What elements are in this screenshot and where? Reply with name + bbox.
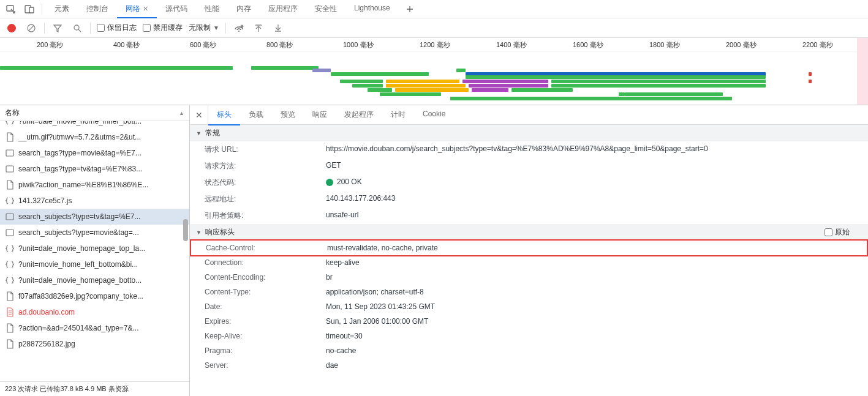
header-value: timeout=30 <box>326 332 861 340</box>
section-response-headers[interactable]: ▼ 响应标头 原始 <box>190 224 868 241</box>
list-item[interactable]: ?action=&ad=245014&ad_type=7&... <box>0 320 189 336</box>
tick-label: 800 毫秒 <box>266 40 293 50</box>
header-key: Keep-Alive: <box>197 332 326 340</box>
network-conditions-icon[interactable] <box>232 21 246 35</box>
list-item[interactable]: ?unit=dale_movie_homepage_top_la... <box>0 241 189 256</box>
svg-line-6 <box>78 29 81 32</box>
filter-icon[interactable] <box>51 21 64 35</box>
header-row: 状态代码:200 OK <box>190 174 868 191</box>
tab-安全性[interactable]: 安全性 <box>306 0 345 18</box>
timeline-bar <box>251 66 319 70</box>
detail-tab-负载[interactable]: 负载 <box>240 105 272 125</box>
request-name: search_subjects?type=movie&tag=... <box>18 228 139 237</box>
timeline-bar <box>386 80 459 83</box>
detail-tab-标头[interactable]: 标头 <box>208 105 240 125</box>
close-icon[interactable]: ✕ <box>190 105 208 124</box>
header-key: Pragma: <box>197 346 326 355</box>
list-item[interactable]: ad.doubanio.com <box>0 304 189 320</box>
close-tab-icon[interactable]: ✕ <box>143 5 148 12</box>
timeline-bar <box>511 88 573 92</box>
timeline-bar <box>466 75 766 79</box>
tick-label: 1400 毫秒 <box>496 40 527 50</box>
header-value: GET <box>326 161 861 171</box>
svg-point-7 <box>238 31 240 32</box>
detail-tab-发起程序[interactable]: 发起程序 <box>336 105 382 125</box>
tick-label: 2000 毫秒 <box>726 40 757 50</box>
clear-button[interactable] <box>25 21 38 35</box>
request-name: ?unit=movie_home_left_bottom&bi... <box>18 260 138 269</box>
timeline-bar <box>352 84 383 88</box>
header-key: 远程地址: <box>197 194 326 204</box>
tab-源代码[interactable]: 源代码 <box>157 0 196 18</box>
main-area: 名称 ▲ ?unit=dale_movie_home_inner_bott...… <box>0 105 868 396</box>
list-item[interactable]: ?unit=dale_movie_homepage_botto... <box>0 272 189 288</box>
tab-网络[interactable]: 网络✕ <box>117 0 157 18</box>
search-icon[interactable] <box>70 21 84 35</box>
preserve-log-checkbox[interactable]: 保留日志 <box>97 23 137 33</box>
list-item[interactable]: search_tags?type=tv&tag=%E7%83... <box>0 161 189 177</box>
add-tab-button[interactable] <box>400 2 420 17</box>
header-key: Content-Encoding: <box>197 273 326 282</box>
timeline-bar <box>551 84 766 88</box>
list-item[interactable]: ?unit=movie_home_left_bottom&bi... <box>0 256 189 272</box>
timeline-bar <box>469 84 548 88</box>
detail-tab-预览[interactable]: 预览 <box>272 105 304 125</box>
triangle-down-icon: ▼ <box>196 230 202 236</box>
request-name: f07affa83d826e9.jpg?company_toke... <box>18 292 143 301</box>
file-icon <box>5 132 15 142</box>
detail-tabs: ✕ 标头负载预览响应发起程序计时Cookie <box>190 105 868 125</box>
throttle-select[interactable]: 无限制▼ <box>189 23 219 33</box>
list-item[interactable]: piwik?action_name=%E8%B1%86%E... <box>0 177 189 193</box>
timeline-bar <box>809 80 812 83</box>
list-item[interactable]: __utm.gif?utmwv=5.7.2&utms=2&ut... <box>0 129 189 145</box>
doc-icon <box>5 307 15 317</box>
bracket-icon <box>5 275 15 285</box>
column-header-name[interactable]: 名称 ▲ <box>0 105 189 121</box>
bracket-icon <box>5 196 15 206</box>
header-key: Expires: <box>197 317 326 326</box>
import-har-icon[interactable] <box>252 21 265 35</box>
header-key: Cache-Control: <box>198 244 327 252</box>
disable-cache-checkbox[interactable]: 禁用缓存 <box>143 23 183 33</box>
record-button[interactable] <box>5 21 18 35</box>
header-row: 引用者策略:unsafe-url <box>190 207 868 224</box>
tick-label: 200 毫秒 <box>37 40 63 50</box>
header-key: 状态代码: <box>197 177 326 188</box>
raw-checkbox[interactable]: 原始 <box>825 227 850 237</box>
file-icon <box>5 339 15 349</box>
section-general[interactable]: ▼ 常规 <box>190 125 868 141</box>
device-toolbar-icon[interactable] <box>25 4 34 14</box>
list-item[interactable]: p2887256182.jpg <box>0 336 189 352</box>
devtools-top-tabs: 元素控制台网络✕源代码性能内存应用程序安全性Lighthouse <box>0 0 868 18</box>
tab-元素[interactable]: 元素 <box>46 0 78 18</box>
detail-tab-Cookie[interactable]: Cookie <box>414 105 454 125</box>
tick-label: 600 毫秒 <box>190 40 216 50</box>
tab-应用程序[interactable]: 应用程序 <box>260 0 306 18</box>
list-item[interactable]: search_tags?type=movie&tag=%E7... <box>0 145 189 161</box>
header-value: Sun, 1 Jan 2006 01:00:00 GMT <box>326 317 861 326</box>
list-item[interactable]: f07affa83d826e9.jpg?company_toke... <box>0 288 189 304</box>
timeline-bar <box>551 80 766 83</box>
waterfall-timeline[interactable]: 200 毫秒400 毫秒600 毫秒800 毫秒1000 毫秒1200 毫秒14… <box>0 38 868 105</box>
header-value: 140.143.177.206:443 <box>326 194 861 204</box>
timeline-bar <box>380 92 441 96</box>
export-har-icon[interactable] <box>271 21 285 35</box>
tab-控制台[interactable]: 控制台 <box>78 0 117 18</box>
file-icon <box>5 180 15 190</box>
detail-tab-计时[interactable]: 计时 <box>382 105 414 125</box>
header-value: must-revalidate, no-cache, private <box>327 244 859 252</box>
rect-icon <box>5 164 15 174</box>
request-name: ad.doubanio.com <box>18 308 75 316</box>
tab-性能[interactable]: 性能 <box>196 0 228 18</box>
list-item[interactable]: search_subjects?type=tv&tag=%E7... <box>0 209 189 225</box>
tab-Lighthouse[interactable]: Lighthouse <box>345 0 399 18</box>
detail-tab-响应[interactable]: 响应 <box>304 105 336 125</box>
inspect-element-icon[interactable] <box>6 4 16 14</box>
list-item[interactable]: 141.327ce5c7.js <box>0 193 189 209</box>
list-item[interactable]: ?unit=dale_movie_home_inner_bott... <box>0 121 189 129</box>
header-value: https://movie.douban.com/j/search_subjec… <box>326 144 861 155</box>
scrollbar-thumb[interactable] <box>183 219 188 241</box>
header-key: 请求方法: <box>197 161 326 171</box>
list-item[interactable]: search_subjects?type=movie&tag=... <box>0 225 189 241</box>
tab-内存[interactable]: 内存 <box>228 0 260 18</box>
